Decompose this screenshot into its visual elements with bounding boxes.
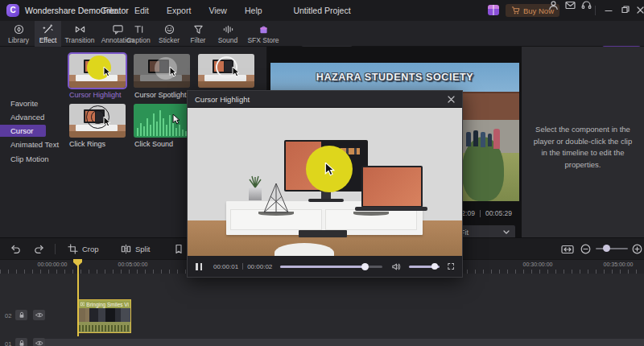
fit-timeline-icon[interactable] bbox=[561, 245, 574, 254]
modal-current-time: 00:00:01 bbox=[213, 263, 238, 270]
timeline-zoom-slider[interactable] bbox=[596, 248, 628, 249]
split-tool[interactable]: Split bbox=[121, 238, 150, 260]
zoom-out-button[interactable] bbox=[580, 244, 591, 254]
chevron-down-icon bbox=[503, 230, 510, 234]
app-logo-icon: C bbox=[6, 4, 19, 17]
fullscreen-icon[interactable] bbox=[448, 262, 454, 270]
democreator-window: C Wondershare DemoCreator File Edit Expo… bbox=[0, 0, 644, 346]
zoom-in-button[interactable] bbox=[632, 244, 642, 254]
category-favorite[interactable]: Favorite bbox=[0, 97, 64, 109]
clip-title-bar: Bringing Smiles Vi bbox=[79, 300, 130, 308]
mail-icon[interactable] bbox=[565, 0, 576, 10]
toolbar-divider bbox=[55, 244, 56, 254]
track-02-id: 02 bbox=[5, 312, 11, 319]
effect-thumb-click-sound[interactable] bbox=[134, 104, 190, 138]
support-icon[interactable] bbox=[581, 0, 592, 10]
sticker-icon bbox=[163, 24, 175, 35]
timeline-clip[interactable]: Bringing Smiles Vi bbox=[78, 299, 131, 333]
tab-sfx-store[interactable]: SFX Store bbox=[244, 21, 283, 47]
category-advanced[interactable]: Advanced bbox=[0, 111, 64, 123]
category-cursor[interactable]: Cursor bbox=[0, 125, 46, 137]
keyboard bbox=[299, 230, 347, 237]
laptop bbox=[361, 166, 423, 208]
undo-button[interactable] bbox=[10, 244, 21, 254]
menu-bar: File Edit Export View Help bbox=[103, 0, 262, 21]
timeline-zoom-knob[interactable] bbox=[603, 245, 610, 252]
eye-icon bbox=[35, 312, 43, 318]
lock-icon bbox=[19, 340, 25, 346]
transition-icon bbox=[74, 24, 86, 35]
ruler-label: 00:00:00:00 bbox=[38, 262, 68, 267]
effect-thumb-cursor-spotlight[interactable] bbox=[134, 54, 190, 88]
playhead-line bbox=[77, 259, 79, 336]
split-icon bbox=[121, 244, 131, 254]
category-animated-text[interactable]: Animated Text bbox=[0, 138, 64, 150]
menu-export[interactable]: Export bbox=[167, 6, 191, 15]
effect-thumb-click-rings[interactable] bbox=[69, 104, 126, 138]
clip-title: Bringing Smiles Vi bbox=[86, 302, 129, 307]
menu-view[interactable]: View bbox=[208, 6, 227, 15]
seek-knob[interactable] bbox=[361, 263, 369, 270]
caption-icon bbox=[133, 24, 145, 35]
maximize-button[interactable] bbox=[621, 6, 630, 14]
cart-icon bbox=[511, 6, 520, 14]
minimize-button[interactable] bbox=[605, 6, 613, 14]
tab-library[interactable]: Library bbox=[3, 21, 34, 47]
tab-filter[interactable]: Filter bbox=[184, 21, 213, 47]
title-bar: C Wondershare DemoCreator File Edit Expo… bbox=[0, 0, 644, 21]
ribbon-bar: Library Effect Transition Annotation bbox=[0, 21, 644, 47]
tab-sound[interactable]: Sound bbox=[212, 21, 244, 47]
seek-slider[interactable] bbox=[280, 266, 382, 268]
clip-thumbnails bbox=[79, 308, 130, 322]
menu-file[interactable]: File bbox=[103, 6, 117, 15]
properties-placeholder-message: Select the component in the player or do… bbox=[530, 124, 636, 171]
pause-button[interactable] bbox=[196, 263, 202, 270]
close-window-button[interactable] bbox=[637, 6, 644, 14]
track-02-visibility-button[interactable] bbox=[33, 310, 45, 320]
cursor-arrow-icon bbox=[232, 67, 240, 77]
track-01-id: 01 bbox=[5, 340, 11, 346]
crop-tool[interactable]: Crop bbox=[68, 238, 99, 260]
tab-sticker[interactable]: Sticker bbox=[154, 21, 184, 47]
category-clip-motion[interactable]: Clip Motion bbox=[0, 153, 64, 165]
filter-icon bbox=[192, 24, 204, 35]
modal-preview-video[interactable] bbox=[188, 107, 462, 256]
crop-icon bbox=[68, 244, 78, 254]
cursor-arrow-icon bbox=[103, 117, 111, 127]
volume-slider[interactable] bbox=[409, 266, 439, 268]
ruler-label: 00:35:00:00 bbox=[604, 262, 634, 267]
sound-icon bbox=[222, 24, 234, 35]
waveform-icon bbox=[134, 104, 190, 138]
modal-timecode: 00:00:01 00:00:02 bbox=[213, 263, 272, 270]
track-02-lock-button[interactable] bbox=[15, 310, 27, 320]
cursor-arrow-icon bbox=[172, 114, 180, 125]
menu-help[interactable]: Help bbox=[245, 6, 262, 15]
modal-title: Cursor Highlight bbox=[195, 95, 448, 104]
effect-thumb-cursor-magnify[interactable] bbox=[198, 54, 254, 88]
tab-caption[interactable]: Caption bbox=[122, 21, 155, 47]
track-01-lock-button[interactable] bbox=[15, 338, 27, 346]
redo-button[interactable] bbox=[34, 244, 45, 254]
cursor-arrow-icon bbox=[103, 67, 111, 77]
tab-transition[interactable]: Transition bbox=[62, 21, 97, 47]
clip-audio-waveform bbox=[79, 322, 130, 332]
account-icon[interactable] bbox=[548, 0, 559, 10]
volume-icon[interactable] bbox=[392, 262, 401, 271]
gift-icon[interactable] bbox=[488, 5, 499, 15]
effect-thumb-cursor-highlight[interactable] bbox=[69, 54, 126, 88]
track-01-lane[interactable] bbox=[43, 339, 644, 346]
ruler-label: 00:30:00:00 bbox=[523, 262, 553, 267]
library-icon bbox=[13, 24, 25, 35]
modal-duration: 00:00:02 bbox=[247, 263, 272, 270]
effect-wand-icon bbox=[42, 24, 54, 35]
project-title: Untitled Project bbox=[293, 6, 350, 15]
modal-close-button[interactable] bbox=[448, 96, 455, 103]
tab-effect[interactable]: Effect bbox=[35, 21, 61, 47]
menu-edit[interactable]: Edit bbox=[134, 6, 149, 15]
effect-label-click-sound: Click Sound bbox=[134, 140, 173, 148]
cursor-arrow-icon bbox=[169, 67, 177, 77]
effect-label-click-rings: Click Rings bbox=[69, 140, 105, 148]
track-01-visibility-button[interactable] bbox=[33, 338, 45, 346]
volume-knob[interactable] bbox=[431, 263, 438, 270]
mark-icon bbox=[174, 244, 184, 254]
